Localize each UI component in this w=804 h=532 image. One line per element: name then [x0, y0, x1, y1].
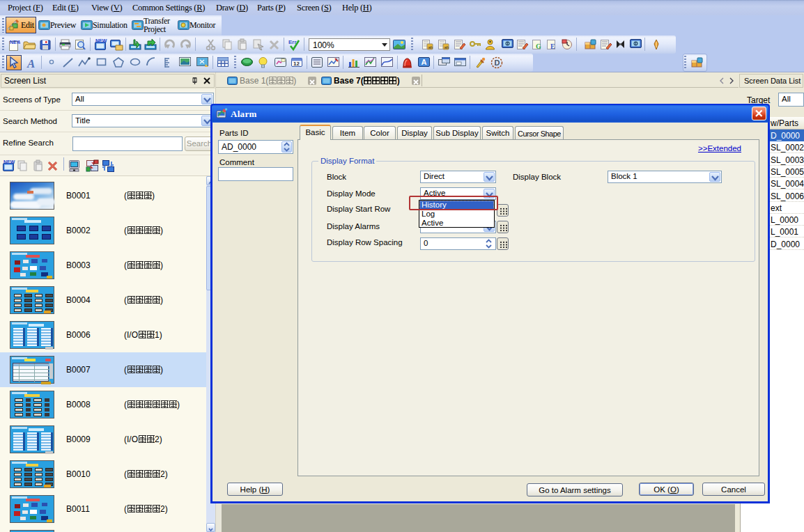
- svg-text:ab: ab: [444, 45, 449, 49]
- svg-text:Err: Err: [288, 39, 297, 45]
- svg-text:E: E: [550, 42, 555, 50]
- svg-text:NEW: NEW: [95, 38, 107, 43]
- svg-text:A: A: [26, 57, 35, 70]
- svg-text:12: 12: [293, 61, 300, 67]
- svg-text:G: G: [536, 42, 541, 50]
- svg-text:D: D: [495, 58, 500, 67]
- svg-text:ab: ab: [428, 45, 433, 49]
- svg-text:A: A: [422, 58, 427, 66]
- svg-text:NEW: NEW: [10, 40, 20, 45]
- svg-text:NEW: NEW: [3, 159, 15, 164]
